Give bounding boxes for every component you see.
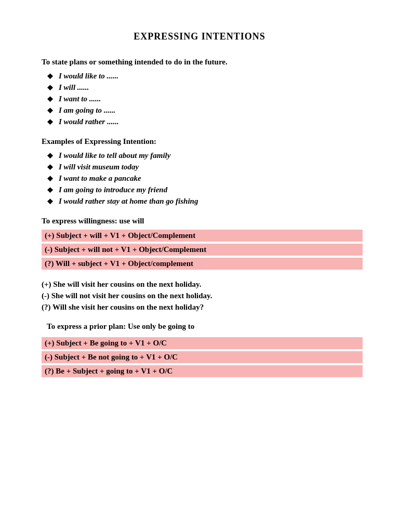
willingness-formula-item: (+) Subject + will + V1 + Object/Complem… (42, 230, 363, 242)
patterns-list: I would like to ......I will ......I wan… (47, 72, 363, 127)
willingness-formula-item: (-) Subject + will not + V1 + Object/Com… (42, 244, 363, 256)
willingness-examples: (+) She will visit her cousins on the ne… (36, 280, 363, 312)
willingness-formula-item: (?) Will + subject + V1 + Object/complem… (42, 258, 363, 270)
prior-plan-section: To express a prior plan: Use only be goi… (36, 322, 363, 377)
willingness-example-item: (+) She will visit her cousins on the ne… (42, 280, 363, 289)
example-item: I want to make a pancake (47, 174, 363, 183)
prior-plan-formulas: (+) Subject + Be going to + V1 + O/C(-) … (42, 337, 363, 377)
prior-plan-formula-item: (+) Subject + Be going to + V1 + O/C (42, 337, 363, 349)
willingness-intro: To express willingness: use will (42, 217, 363, 225)
willingness-example-item: (?) Will she visit her cousins on the ne… (42, 303, 363, 312)
pattern-item: I would rather ...... (47, 117, 363, 127)
example-item: I will visit museum today (47, 163, 363, 172)
pattern-item: I will ...... (47, 83, 363, 92)
examples-list: I would like to tell about my familyI wi… (47, 151, 363, 206)
willingness-example-item: (-) She will not visit her cousins on th… (42, 291, 363, 300)
willingness-section: To express willingness: use will (+) Sub… (36, 217, 363, 270)
examples-label: Examples of Expressing Intention: (42, 137, 363, 146)
example-item: I am going to introduce my friend (47, 185, 363, 195)
pattern-item: I am going to ...... (47, 106, 363, 115)
prior-plan-formula-item: (?) Be + Subject + going to + V1 + O/C (42, 365, 363, 377)
willingness-formulas: (+) Subject + will + V1 + Object/Complem… (42, 230, 363, 270)
example-item: I would like to tell about my family (47, 151, 363, 161)
prior-plan-formula-item: (-) Subject + Be not going to + V1 + O/C (42, 351, 363, 363)
pattern-item: I would like to ...... (47, 72, 363, 81)
intro-text: To state plans or something intended to … (42, 58, 363, 66)
page-title: EXPRESSING INTENTIONS (36, 31, 363, 42)
pattern-item: I want to ...... (47, 95, 363, 104)
example-item: I would rather stay at home than go fish… (47, 197, 363, 206)
prior-plan-intro: To express a prior plan: Use only be goi… (47, 322, 363, 331)
